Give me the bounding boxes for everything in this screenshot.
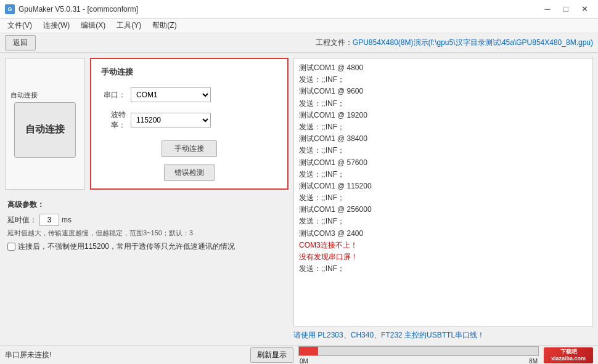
delay-desc: 延时值越大，传输速度越慢，但越稳定，范围3~150；默认：3 xyxy=(7,229,286,238)
log-hint: 请使用 PL2303、CH340、FT232 主控的USBTTL串口线！ xyxy=(293,330,593,341)
port-row: 串口： COM1 COM2 COM3 COM4 xyxy=(101,87,277,102)
menu-tools[interactable]: 工具(Y) xyxy=(112,19,146,32)
error-detect-button[interactable]: 错误检测 xyxy=(164,164,215,181)
delay-label: 延时值： xyxy=(7,215,37,225)
menu-connect[interactable]: 连接(W) xyxy=(38,19,75,32)
refresh-button[interactable]: 刷新显示 xyxy=(250,347,293,363)
right-panel: 测试COM1 @ 4800发送：;;INF；测试COM1 @ 9600发送：;;… xyxy=(293,58,593,341)
baud-select[interactable]: 9600 19200 38400 57600 115200 256000 xyxy=(131,113,211,127)
progress-container xyxy=(298,346,539,356)
log-line: 测试COM1 @ 4800 xyxy=(299,62,588,74)
menu-help[interactable]: 帮助(Z) xyxy=(147,19,181,32)
menu-edit[interactable]: 编辑(X) xyxy=(76,19,110,32)
app-icon: G xyxy=(5,4,15,14)
log-line: 测试COM3 @ 2400 xyxy=(299,228,588,240)
port-label: 串口： xyxy=(101,90,126,100)
log-line: 测试COM1 @ 38400 xyxy=(299,133,588,145)
log-line: 测试COM1 @ 256000 xyxy=(299,204,588,216)
log-line: 发送：;;INF； xyxy=(299,121,588,133)
menu-bar: 文件(V) 连接(W) 编辑(X) 工具(Y) 帮助(Z) xyxy=(0,18,598,33)
back-button[interactable]: 返回 xyxy=(5,35,36,51)
log-line: 测试COM1 @ 115200 xyxy=(299,180,588,192)
log-line: 发送：;;INF； xyxy=(299,192,588,204)
delay-row: 延时值： 3 ms xyxy=(7,214,286,226)
toolbar: 返回 工程文件：GPU854X480(8M)演示(f:\gpu5\汉字目录测试\… xyxy=(0,33,598,53)
log-line: 发送：;;INF； xyxy=(299,98,588,110)
auto-connect-label: 自动连接 xyxy=(10,91,38,100)
log-line: COM3连接不上！ xyxy=(299,240,588,251)
log-line: 没有发现串口屏！ xyxy=(299,251,588,263)
log-line: 发送：;;INF； xyxy=(299,169,588,180)
log-line: 测试COM1 @ 57600 xyxy=(299,157,588,169)
advanced-params: 高级参数： 延时值： 3 ms 延时值越大，传输速度越慢，但越稳定，范围3~15… xyxy=(5,195,289,257)
main-content: 自动连接 自动连接 手动连接 串口： COM1 COM2 COM3 COM4 波… xyxy=(0,53,598,346)
progress-labels: 0M 8M xyxy=(298,358,539,365)
log-line: 发送：;;INF； xyxy=(299,263,588,275)
log-box: 测试COM1 @ 4800发送：;;INF；测试COM1 @ 9600发送：;;… xyxy=(293,58,593,326)
minimize-button[interactable]: ─ xyxy=(539,2,556,16)
progress-end: 8M xyxy=(529,358,538,365)
checkbox-label: 连接后，不强制使用115200，常用于透传等只允许低速通讯的情况 xyxy=(18,241,235,252)
menu-file[interactable]: 文件(V) xyxy=(2,19,37,32)
log-line: 发送：;;INF； xyxy=(299,145,588,156)
log-line: 测试COM1 @ 9600 xyxy=(299,86,588,97)
auto-connect-box: 自动连接 自动连接 xyxy=(5,58,85,190)
log-line: 测试COM1 @ 19200 xyxy=(299,110,588,121)
progress-start: 0M xyxy=(300,358,308,365)
title-bar: G GpuMaker V5.0.31 - [commconform] ─ □ ✕ xyxy=(0,0,598,18)
manual-connect-button[interactable]: 手动连接 xyxy=(162,140,217,157)
maximize-button[interactable]: □ xyxy=(557,2,575,16)
delay-unit: ms xyxy=(62,216,72,224)
left-panel: 自动连接 自动连接 手动连接 串口： COM1 COM2 COM3 COM4 波… xyxy=(5,58,289,341)
manual-connect-title: 手动连接 xyxy=(101,67,277,78)
title-bar-left: G GpuMaker V5.0.31 - [commconform] xyxy=(5,4,138,14)
close-button[interactable]: ✕ xyxy=(576,2,593,16)
log-line: 发送：;;INF； xyxy=(299,74,588,86)
progress-wrapper: 0M 8M xyxy=(298,346,539,356)
top-section-row: 自动连接 自动连接 手动连接 串口： COM1 COM2 COM3 COM4 波… xyxy=(5,58,289,190)
checkbox-row: 连接后，不强制使用115200，常用于透传等只允许低速通讯的情况 xyxy=(7,241,286,252)
auto-connect-button[interactable]: 自动连接 xyxy=(14,102,76,158)
port-select[interactable]: COM1 COM2 COM3 COM4 xyxy=(131,87,211,102)
window-title: GpuMaker V5.0.31 - [commconform] xyxy=(18,5,138,14)
baud-row: 波特率： 9600 19200 38400 57600 115200 25600… xyxy=(101,110,277,131)
window-controls: ─ □ ✕ xyxy=(539,2,593,16)
no-force-115200-checkbox[interactable] xyxy=(7,243,15,251)
manual-connect-box: 手动连接 串口： COM1 COM2 COM3 COM4 波特率： 9600 1… xyxy=(90,58,289,190)
log-line: 发送：;;INF； xyxy=(299,216,588,227)
baud-label: 波特率： xyxy=(101,110,126,131)
advanced-title: 高级参数： xyxy=(7,200,286,210)
progress-bar xyxy=(299,347,318,355)
status-bar: 串口屏未连接! 刷新显示 0M 8M 下载吧xiazaiba.com xyxy=(0,346,598,364)
project-path: 工程文件：GPU854X480(8M)演示(f:\gpu5\汉字目录测试\45a… xyxy=(316,38,593,48)
delay-input[interactable]: 3 xyxy=(39,214,59,226)
status-text: 串口屏未连接! xyxy=(5,350,245,360)
watermark-text: 下载吧xiazaiba.com xyxy=(551,349,586,362)
watermark: 下载吧xiazaiba.com xyxy=(544,347,593,363)
